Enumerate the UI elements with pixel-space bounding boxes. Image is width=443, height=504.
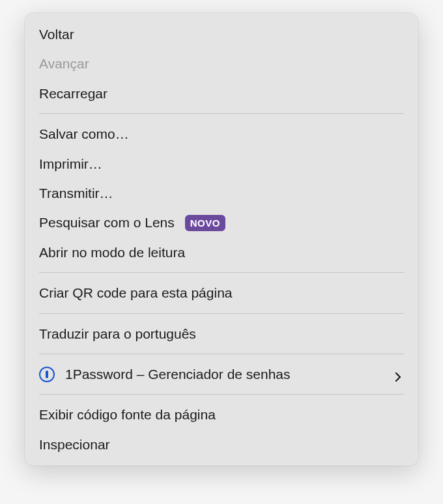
menu-item-create-qr[interactable]: Criar QR code para esta página — [25, 278, 418, 307]
menu-item-cast[interactable]: Transmitir… — [25, 178, 418, 208]
menu-item-label: Avançar — [39, 54, 89, 73]
menu-item-view-source[interactable]: Exibir código fonte da página — [25, 400, 418, 429]
chevron-right-icon — [392, 369, 404, 380]
menu-item-label: Abrir no modo de leitura — [39, 243, 185, 262]
menu-item-label: Voltar — [39, 25, 74, 44]
menu-item-print[interactable]: Imprimir… — [25, 149, 418, 178]
menu-item-label: Inspecionar — [39, 435, 110, 454]
menu-item-label: Recarregar — [39, 84, 107, 103]
menu-item-label: Transmitir… — [39, 184, 113, 203]
separator — [39, 313, 404, 314]
separator — [39, 113, 404, 114]
menu-item-label: Salvar como… — [39, 124, 129, 143]
context-menu: Voltar Avançar Recarregar Salvar como… I… — [25, 13, 418, 466]
new-badge: NOVO — [185, 215, 225, 231]
menu-item-label: Traduzir para o português — [39, 324, 196, 343]
1password-icon — [39, 367, 55, 382]
menu-item-search-lens[interactable]: Pesquisar com o Lens NOVO — [25, 208, 418, 237]
menu-item-forward: Avançar — [25, 49, 418, 78]
menu-item-label: Criar QR code para esta página — [39, 283, 233, 302]
menu-item-save-as[interactable]: Salvar como… — [25, 119, 418, 148]
separator — [39, 394, 404, 395]
menu-item-reload[interactable]: Recarregar — [25, 79, 418, 108]
menu-item-back[interactable]: Voltar — [25, 20, 418, 49]
menu-item-inspect[interactable]: Inspecionar — [25, 430, 418, 459]
menu-item-label: Pesquisar com o Lens — [39, 213, 175, 232]
menu-item-1password[interactable]: 1Password – Gerenciador de senhas — [25, 359, 418, 389]
menu-item-reader-mode[interactable]: Abrir no modo de leitura — [25, 238, 418, 267]
svg-rect-1 — [46, 371, 48, 378]
separator — [39, 272, 404, 273]
menu-item-label: Imprimir… — [39, 154, 102, 173]
menu-item-label: Exibir código fonte da página — [39, 405, 216, 424]
menu-item-label: 1Password – Gerenciador de senhas — [65, 365, 291, 384]
menu-item-translate[interactable]: Traduzir para o português — [25, 319, 418, 348]
separator — [39, 354, 404, 354]
